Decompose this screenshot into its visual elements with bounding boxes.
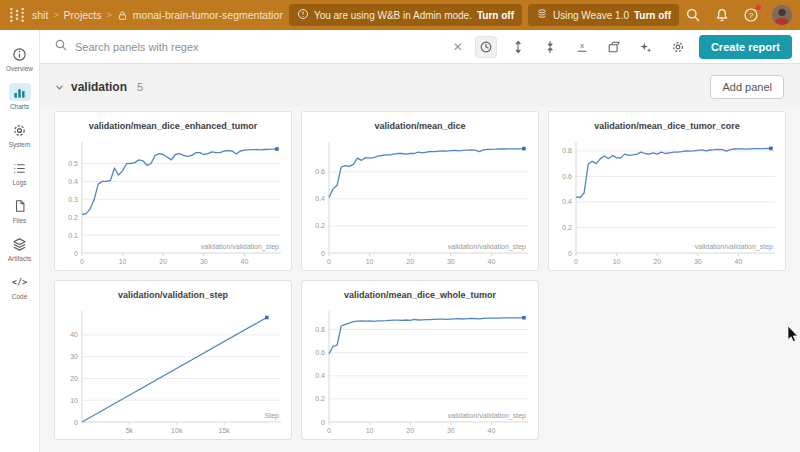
- sparkle-icon[interactable]: [635, 36, 657, 58]
- svg-text:0.2: 0.2: [68, 214, 78, 221]
- topbar-actions: ?: [685, 5, 792, 25]
- svg-text:x: x: [580, 41, 584, 50]
- svg-text:0: 0: [74, 419, 78, 426]
- search-icon: [54, 38, 68, 56]
- svg-text:30: 30: [70, 353, 78, 360]
- svg-text:30: 30: [447, 258, 455, 265]
- chart-card-mean-dice-tumor-core[interactable]: validation/mean_dice_tumor_core 00.20.40…: [548, 111, 786, 271]
- svg-text:5k: 5k: [126, 427, 134, 434]
- svg-text:0.8: 0.8: [562, 147, 572, 154]
- sidebar-item-code[interactable]: </> Code: [0, 268, 40, 306]
- line-chart: 00.10.20.30.40.5010203040validation/vali…: [55, 136, 291, 270]
- breadcrumb-user[interactable]: shit: [32, 9, 48, 21]
- svg-text:40: 40: [488, 258, 496, 265]
- section-collapse-toggle[interactable]: validation 5: [54, 80, 143, 94]
- expand-vertical-icon[interactable]: [507, 36, 529, 58]
- bell-icon[interactable]: [714, 7, 730, 23]
- x-axis-icon[interactable]: x: [571, 36, 593, 58]
- sidebar-item-system[interactable]: System: [0, 116, 40, 154]
- svg-text:0: 0: [568, 250, 572, 257]
- sidebar-item-artifacts[interactable]: Artifacts: [0, 230, 40, 268]
- svg-text:30: 30: [200, 258, 208, 265]
- sidebar-item-logs[interactable]: Logs: [0, 154, 40, 192]
- section-title: validation: [71, 80, 127, 94]
- panels-toolbar: ✕ x Cre: [40, 30, 800, 64]
- sidebar-item-files[interactable]: Files: [0, 192, 40, 230]
- workspace: validation 5 Add panel validation/mean_d…: [40, 64, 800, 452]
- wandb-logo-icon[interactable]: [8, 6, 26, 24]
- svg-text:40: 40: [488, 427, 496, 434]
- weave-layers-icon: [536, 8, 548, 22]
- sidebar-label: System: [9, 141, 31, 148]
- svg-text:30: 30: [447, 427, 455, 434]
- user-avatar[interactable]: [772, 5, 792, 25]
- svg-text:0: 0: [74, 250, 78, 257]
- sidebar-item-charts[interactable]: Charts: [0, 78, 40, 116]
- chart-title: validation/mean_dice_tumor_core: [549, 112, 785, 136]
- sidebar-label: Artifacts: [8, 255, 31, 262]
- history-icon[interactable]: [475, 36, 497, 58]
- gear-icon[interactable]: [667, 36, 689, 58]
- svg-text:validation/validation_step: validation/validation_step: [448, 243, 526, 251]
- svg-text:0.1: 0.1: [68, 232, 78, 239]
- validation-section-header: validation 5 Add panel: [40, 64, 800, 107]
- admin-banner-text: You are using W&B in Admin mode.: [314, 10, 472, 21]
- collapse-vertical-icon[interactable]: [539, 36, 561, 58]
- help-icon[interactable]: ?: [743, 7, 759, 23]
- svg-text:validation/validation_step: validation/validation_step: [201, 243, 279, 251]
- svg-text:0.4: 0.4: [562, 198, 572, 205]
- svg-text:?: ?: [749, 11, 754, 20]
- gear-icon: [9, 121, 31, 139]
- breadcrumb: shit > Projects > monai-brain-tumor-segm…: [32, 9, 283, 21]
- chevron-down-icon: [54, 82, 65, 93]
- bar-chart-icon: [9, 83, 31, 101]
- add-panel-button[interactable]: Add panel: [710, 75, 784, 99]
- weave-turn-off-button[interactable]: Turn off: [634, 10, 671, 21]
- run-sidebar: Overview Charts System Logs: [0, 30, 40, 452]
- create-report-button[interactable]: Create report: [699, 35, 792, 59]
- breadcrumb-separator: >: [107, 10, 112, 20]
- section-panel-count: 5: [137, 81, 143, 93]
- list-icon: [9, 159, 31, 177]
- admin-turn-off-button[interactable]: Turn off: [477, 10, 514, 21]
- svg-text:10: 10: [366, 427, 374, 434]
- info-circle-icon: [9, 45, 31, 63]
- layers-icon: [9, 235, 31, 253]
- svg-text:0.2: 0.2: [315, 222, 325, 229]
- search-input[interactable]: [75, 41, 444, 53]
- svg-text:0.8: 0.8: [315, 326, 325, 333]
- chart-card-mean-dice-whole-tumor[interactable]: validation/mean_dice_whole_tumor 00.20.4…: [301, 280, 539, 440]
- svg-text:10: 10: [613, 258, 621, 265]
- clear-search-icon[interactable]: ✕: [451, 40, 465, 54]
- svg-text:0.4: 0.4: [315, 372, 325, 379]
- chart-card-mean-dice-enhanced-tumor[interactable]: validation/mean_dice_enhanced_tumor 00.1…: [54, 111, 292, 271]
- svg-text:0: 0: [321, 250, 325, 257]
- breadcrumb-project[interactable]: monai-brain-tumor-segmentation: [133, 9, 283, 21]
- lock-icon: [117, 9, 128, 21]
- breadcrumb-projects[interactable]: Projects: [64, 9, 102, 21]
- sidebar-item-overview[interactable]: Overview: [0, 40, 40, 78]
- svg-text:15k: 15k: [218, 427, 230, 434]
- panels-icon[interactable]: [603, 36, 625, 58]
- line-chart: 00.20.40.60.8010203040validation/validat…: [302, 305, 538, 439]
- svg-text:40: 40: [735, 258, 743, 265]
- admin-mode-banner: You are using W&B in Admin mode. Turn of…: [289, 4, 522, 26]
- file-icon: [9, 197, 31, 215]
- svg-text:0.6: 0.6: [562, 173, 572, 180]
- svg-text:0: 0: [327, 427, 331, 434]
- svg-text:0: 0: [574, 258, 578, 265]
- svg-text:30: 30: [694, 258, 702, 265]
- panel-grid: validation/mean_dice_enhanced_tumor 00.1…: [40, 107, 800, 440]
- line-chart: 00.20.40.6010203040validation/validation…: [302, 136, 538, 270]
- svg-text:20: 20: [70, 375, 78, 382]
- line-chart: 0102030405k10k15kStep: [55, 305, 291, 439]
- svg-text:0.6: 0.6: [315, 349, 325, 356]
- svg-text:20: 20: [653, 258, 661, 265]
- chart-title: validation/mean_dice_enhanced_tumor: [55, 112, 291, 136]
- search-icon[interactable]: [685, 7, 701, 23]
- sidebar-label: Code: [12, 293, 28, 300]
- chart-card-mean-dice[interactable]: validation/mean_dice 00.20.40.6010203040…: [301, 111, 539, 271]
- chart-card-validation-step[interactable]: validation/validation_step 0102030405k10…: [54, 280, 292, 440]
- notification-dot: [756, 5, 761, 10]
- top-navbar: shit > Projects > monai-brain-tumor-segm…: [0, 0, 800, 30]
